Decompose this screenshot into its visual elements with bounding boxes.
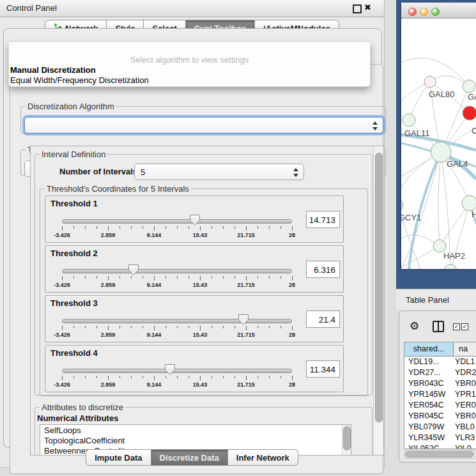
tab-discretize-data[interactable]: Discretize Data <box>151 449 228 466</box>
tick-mark <box>211 226 212 229</box>
threshold-value-field[interactable]: 11.344 <box>306 360 340 378</box>
zoom-button[interactable] <box>431 8 440 16</box>
tick-mark <box>154 226 155 231</box>
table-row[interactable]: YBR043CYBR0 <box>404 378 476 389</box>
minimize-button[interactable] <box>420 8 428 16</box>
node-label-gal11: GAL11 <box>404 128 430 138</box>
threshold-value-field[interactable]: 14.713 <box>306 211 340 228</box>
tab-label: Impute Data <box>95 453 142 463</box>
algorithm-combobox[interactable] <box>24 117 383 134</box>
threshold-slider-track[interactable] <box>62 369 292 373</box>
column-header-na[interactable]: na <box>454 342 476 356</box>
table-cell[interactable]: YDL19... <box>404 357 454 367</box>
table-cell[interactable]: YBR043C <box>404 378 454 389</box>
tick-mark <box>211 376 212 378</box>
threshold-slider-thumb[interactable] <box>164 364 176 375</box>
threshold-value-field[interactable]: 21.4 <box>306 311 340 328</box>
threshold-slider-thumb[interactable] <box>189 214 201 226</box>
close-button[interactable] <box>408 8 417 16</box>
num-intervals-combobox[interactable]: 5 <box>134 164 304 180</box>
gear-icon[interactable]: ⚙ <box>410 319 419 333</box>
tick-mark <box>85 276 86 279</box>
list-item-topologicalcoefficient[interactable]: TopologicalCoefficient <box>40 435 351 445</box>
num-intervals-label: Number of Intervals <box>59 167 137 176</box>
tick-mark <box>200 376 201 380</box>
table-cell[interactable]: YBR0 <box>454 411 476 422</box>
table-cell[interactable]: YBR0 <box>454 378 476 389</box>
table-cell[interactable]: YPR145W <box>404 389 454 400</box>
network-node[interactable] <box>401 199 403 211</box>
network-node[interactable] <box>463 106 476 120</box>
tick-label: 2.859 <box>101 282 116 288</box>
table-cell[interactable]: YLR3 <box>454 433 476 443</box>
network-node[interactable] <box>463 80 475 93</box>
scrollbar-thumb[interactable] <box>405 451 474 457</box>
table-cell[interactable]: YIL0 <box>454 443 476 449</box>
threshold-slider-thumb[interactable] <box>128 264 139 275</box>
threshold-slider-thumb[interactable] <box>238 314 249 325</box>
tab-infer-network[interactable]: Infer Network <box>228 449 298 466</box>
tick-mark <box>280 326 281 328</box>
network-node[interactable] <box>424 76 436 88</box>
cyni-toolbox-panel: Discretization Algorithm Table Data galF… <box>3 28 382 448</box>
split-view-icon[interactable] <box>433 321 444 332</box>
network-node[interactable] <box>403 114 415 127</box>
network-node[interactable] <box>444 265 457 269</box>
table-row[interactable]: YER054CYER0 <box>404 400 476 411</box>
threshold-slider-track[interactable] <box>62 319 292 323</box>
table-row[interactable]: YLR345WYLR3 <box>404 433 476 443</box>
tick-label: 28 <box>289 381 295 388</box>
threshold-value-field[interactable]: 6.316 <box>306 261 340 278</box>
network-node[interactable] <box>433 240 446 252</box>
tick-label: 9.144 <box>147 381 162 388</box>
checkbox-icon[interactable]: ✓ <box>461 323 468 330</box>
tick-mark <box>154 326 155 330</box>
column-header-shared[interactable]: shared... <box>404 342 454 356</box>
settings-vertical-scrollbar[interactable] <box>373 146 383 455</box>
table-cell[interactable]: YER054C <box>404 400 454 411</box>
table-horizontal-scrollbar[interactable] <box>404 450 476 459</box>
tick-mark <box>257 326 258 328</box>
table-cell[interactable]: YLR345W <box>404 433 454 443</box>
node-attribute-table: shared...na YDL19...YDL1YDR27...YDR2YBR0… <box>404 342 476 449</box>
tick-mark <box>257 376 258 378</box>
list-item-selfloops[interactable]: SelfLoops <box>40 425 351 435</box>
close-icon[interactable]: ✖ <box>364 3 371 12</box>
table-row[interactable]: YBR045CYBR0 <box>404 411 476 422</box>
tick-mark <box>211 326 212 328</box>
tick-mark <box>62 326 63 330</box>
tick-mark <box>223 226 224 229</box>
threshold-slider-track[interactable] <box>62 219 292 224</box>
popup-option-equal-width-frequency-discretization[interactable]: Equal Width/Frequency Discretization <box>10 75 149 85</box>
tick-mark <box>62 376 63 380</box>
table-cell[interactable]: YPR1 <box>454 389 476 400</box>
threshold-slider-track[interactable] <box>62 269 292 273</box>
network-canvas[interactable]: GAL80GACGAL11GAL4GCY1HHAP2 <box>401 18 476 269</box>
scrollbar-thumb[interactable] <box>343 426 351 450</box>
table-cell[interactable]: YBL079W <box>404 422 454 433</box>
threshold-label: Threshold 1 <box>50 199 98 208</box>
table-row[interactable]: YIL052CYIL0 <box>404 443 476 449</box>
tick-mark <box>234 376 235 378</box>
table-row[interactable]: YDL19...YDL1 <box>404 357 476 367</box>
table-row[interactable]: YDR27...YDR2 <box>404 367 476 378</box>
table-cell[interactable]: YIL052C <box>404 443 454 449</box>
table-cell[interactable]: YDR2 <box>454 367 476 378</box>
table-row[interactable]: YBL079WYBL0 <box>404 422 476 433</box>
table-cell[interactable]: YER0 <box>454 400 476 411</box>
table-cell[interactable]: YDR27... <box>404 367 454 378</box>
tick-mark <box>142 226 143 229</box>
scrollbar-thumb[interactable] <box>375 153 383 422</box>
checkbox-icon[interactable]: ✓ <box>453 323 460 330</box>
table-cell[interactable]: YBR045C <box>404 411 454 422</box>
tick-label: 9.144 <box>147 232 162 238</box>
float-window-icon[interactable] <box>353 4 362 13</box>
table-cell[interactable]: YBL0 <box>454 422 476 433</box>
network-node[interactable] <box>462 196 476 211</box>
tab-impute-data[interactable]: Impute Data <box>86 449 151 466</box>
popup-option-manual-discretization[interactable]: Manual Discretization <box>10 65 96 75</box>
node-label-c: C <box>472 126 476 135</box>
table-cell[interactable]: YDL1 <box>454 357 476 367</box>
combo-stepper-icon <box>293 167 298 178</box>
table-row[interactable]: YPR145WYPR1 <box>404 389 476 400</box>
